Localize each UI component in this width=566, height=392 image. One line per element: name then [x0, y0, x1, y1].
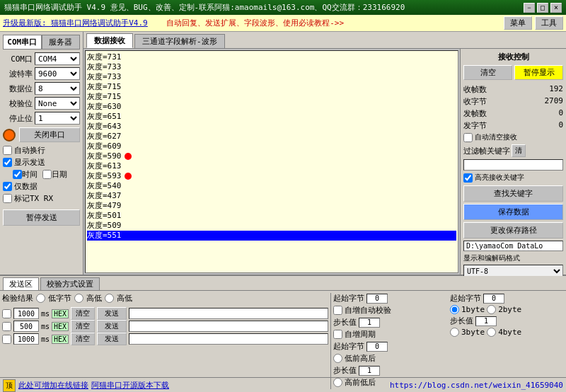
data-line: 灰度=590: [87, 151, 456, 161]
send-row-checkbox-2[interactable]: [2, 335, 11, 344]
close-button[interactable]: ×: [550, 3, 562, 13]
hex-label-0: HEX: [52, 309, 69, 318]
tool-button[interactable]: 工具: [535, 16, 563, 30]
pause-send-button[interactable]: 暂停发送: [3, 209, 80, 226]
minimize-button[interactable]: －: [524, 3, 535, 13]
hex-label-2: HEX: [52, 335, 69, 344]
tab-data-receive[interactable]: 数据接收: [86, 33, 133, 48]
2byte-label: 2byte: [498, 305, 521, 314]
auto-period-label: 自增周期: [345, 329, 376, 340]
clear-button[interactable]: 清空: [463, 65, 512, 80]
parity-select[interactable]: None: [35, 97, 80, 110]
4byte-label: 4byte: [498, 328, 521, 337]
send-input-0[interactable]: [129, 308, 328, 319]
start-byte-2-input[interactable]: [366, 342, 388, 352]
com-select[interactable]: COM4: [35, 52, 80, 65]
time-checkbox[interactable]: [13, 170, 22, 179]
timer-input-2[interactable]: [13, 333, 39, 345]
low-byte-label: 低字节: [48, 293, 71, 304]
4byte-radio[interactable]: [487, 328, 496, 337]
stop-bits-label: 停止位: [3, 113, 33, 124]
step-3-input[interactable]: [475, 316, 497, 326]
send-btn-2[interactable]: 发送: [97, 333, 127, 345]
filter-clear-button[interactable]: 清: [512, 144, 526, 157]
save-data-button[interactable]: 保存数据: [463, 204, 563, 220]
footer-download[interactable]: 阿猫串口开源版本下载: [91, 380, 169, 391]
send-rows-container: ms HEX 清空 发送 ms HEX 清空 发送 ms HEX 清空 发送: [2, 307, 328, 345]
data-line: 灰度=733: [87, 72, 456, 82]
start-byte-1-input[interactable]: [366, 294, 388, 304]
find-keyword-button[interactable]: 查找关键字: [463, 185, 563, 202]
send-clear-btn-1[interactable]: 清空: [71, 320, 95, 333]
tab-three-channel[interactable]: 三通道字段解析-波形: [134, 34, 225, 48]
data-line: 灰度=627: [87, 132, 456, 142]
low-high-radio[interactable]: [333, 354, 342, 363]
send-clear-btn-2[interactable]: 清空: [71, 333, 95, 345]
high-low-radio[interactable]: [333, 378, 342, 387]
auto-clear-checkbox[interactable]: [463, 133, 473, 142]
timer-input-1[interactable]: [13, 321, 39, 332]
tab-server[interactable]: 服务器: [42, 35, 81, 50]
menu-button[interactable]: 菜单: [504, 16, 532, 30]
rb-col-right: 起始字节 1byte 2byte 步长值 3byte 4by: [450, 293, 564, 389]
change-path-button[interactable]: 更改保存路径: [463, 222, 563, 238]
send-row-checkbox-1[interactable]: [2, 322, 11, 331]
show-send-checkbox[interactable]: [3, 158, 12, 167]
send-clear-btn-0[interactable]: 清空: [71, 307, 95, 320]
high2-radio[interactable]: [105, 294, 114, 303]
pause-display-button[interactable]: 暂停显示: [514, 65, 563, 80]
stop-bits-select[interactable]: 1: [35, 112, 80, 125]
recv-ctrl-buttons: 清空 暂停显示: [463, 65, 563, 80]
highlight-checkbox[interactable]: [463, 173, 473, 183]
3byte-radio[interactable]: [450, 328, 459, 337]
data-only-checkbox[interactable]: [3, 182, 12, 191]
step-1-input[interactable]: [359, 318, 380, 328]
auto-verify-checkbox[interactable]: [333, 306, 342, 315]
send-row-checkbox-0[interactable]: [2, 309, 11, 318]
send-frame-value: 0: [558, 108, 563, 119]
data-line: 灰度=501: [87, 211, 456, 221]
send-btn-0[interactable]: 发送: [97, 307, 127, 320]
right-bottom-area: 起始字节 自增自动校验 步长值 自增周期 起始字节: [330, 293, 564, 389]
bottom-tab-checksum[interactable]: 校验方式设置: [40, 277, 100, 290]
tab-com-port[interactable]: COM串口: [3, 35, 42, 50]
bottom-tab-send[interactable]: 发送区: [3, 277, 39, 290]
filter-input[interactable]: [463, 159, 563, 171]
auto-verify-row: 自增自动校验: [333, 305, 447, 316]
baud-rate-row: 波特率 9600: [3, 67, 80, 80]
auto-newline-checkbox[interactable]: [3, 146, 12, 155]
1byte-2byte-row: 1byte 2byte: [450, 305, 564, 314]
close-port-button[interactable]: 关闭串口: [19, 127, 80, 142]
2byte-radio[interactable]: [487, 305, 496, 314]
maximize-button[interactable]: □: [537, 3, 548, 13]
auto-period-checkbox[interactable]: [333, 330, 342, 339]
timer-input-0[interactable]: [13, 308, 39, 319]
auto-feature-text: 自动回复、发送扩展、字段波形、使用必读教程->>: [166, 18, 344, 28]
bottom-tabs: 发送区 校验方式设置: [0, 276, 566, 291]
send-input-2[interactable]: [129, 333, 328, 345]
1byte-label: 1byte: [461, 305, 485, 314]
auto-period-row: 自增周期: [333, 329, 447, 340]
3byte-label: 3byte: [461, 328, 485, 337]
baud-select[interactable]: 9600: [35, 67, 80, 80]
auto-newline-row: 自动换行: [3, 145, 80, 156]
auto-clear-label: 自动清空接收: [475, 132, 517, 142]
parity-label: 校验位: [3, 98, 33, 109]
start-byte-3-input[interactable]: [483, 294, 504, 304]
footer-link[interactable]: 此处可增加在线链接: [18, 380, 88, 391]
step-2-label: 步长值: [333, 365, 357, 376]
step-1-row: 步长值: [333, 317, 447, 328]
date-checkbox[interactable]: [42, 170, 52, 179]
send-btn-1[interactable]: 发送: [97, 320, 127, 333]
data-bits-select[interactable]: 8: [35, 82, 80, 95]
high1-radio[interactable]: [74, 294, 83, 303]
mark-tx-rx-checkbox[interactable]: [3, 194, 12, 203]
bottom-content: 检验结果 低字节 高低 高低 ms HEX 清空 发送 ms HEX 清空 发送: [0, 291, 566, 391]
check-result-row: 检验结果 低字节 高低 高低: [2, 293, 328, 304]
1byte-radio[interactable]: [450, 305, 459, 314]
update-link[interactable]: 升级最新版: 猫猫串口网络调试助手V4.9: [3, 18, 148, 28]
low-byte-radio[interactable]: [36, 294, 45, 303]
step-2-input[interactable]: [359, 366, 380, 376]
send-input-1[interactable]: [129, 321, 328, 332]
data-line: 灰度=609: [87, 142, 456, 151]
